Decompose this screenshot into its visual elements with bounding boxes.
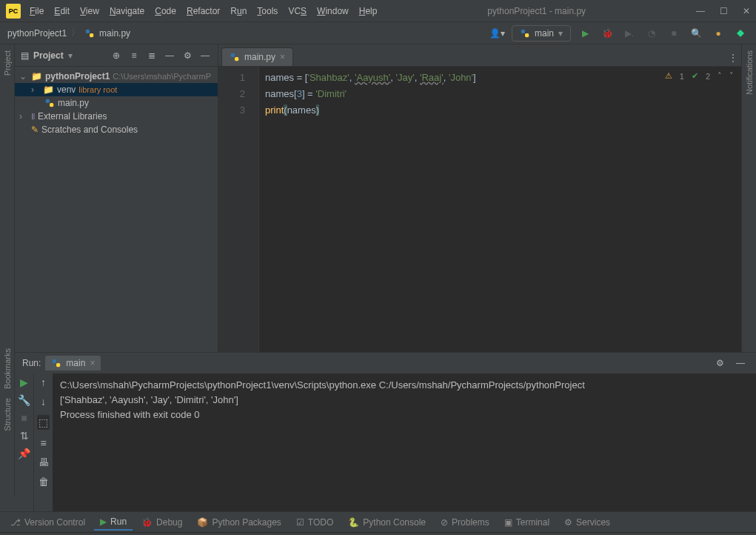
run-tab-main[interactable]: main × [45,356,101,370]
scroll-end-icon[interactable]: ≡ [40,437,46,449]
arrow-down-icon[interactable]: ⌄ [19,71,28,82]
profile-button[interactable]: ◔ [643,25,660,41]
hide-icon[interactable]: — [163,50,176,61]
soft-wrap-icon[interactable]: ⬚ [37,415,50,430]
line-number[interactable]: 2 [221,86,245,102]
close-button[interactable]: ✕ [743,6,750,16]
menu-help[interactable]: Help [359,6,378,16]
breadcrumb-project[interactable]: pythonProject1 [7,28,67,39]
tool-problems[interactable]: ⊘Problems [435,515,495,530]
tree-file-main[interactable]: main.py [15,96,218,110]
search-icon[interactable]: 🔍 [688,25,704,41]
down-icon[interactable]: ↓ [41,396,46,408]
menu-tools[interactable]: Tools [257,6,278,16]
code-editor[interactable]: names = ['Shahbaz', 'Aayush', 'Jay', 'Ra… [259,67,741,352]
collapse-all-icon[interactable]: ≣ [145,50,158,61]
tree-external-label: External Libraries [38,111,107,122]
close-tab-icon[interactable]: × [90,358,95,368]
tree-project-root[interactable]: ⌄ 📁 pythonProject1 C:\Users\mshah\Pychar… [15,70,218,83]
warning-icon[interactable]: ⚠ [665,71,672,81]
main-menu: File Edit View Navigate Code Refactor Ru… [30,6,377,16]
editor-tab-label: main.py [244,52,275,62]
menu-view[interactable]: View [80,6,99,16]
menu-navigate[interactable]: Navigate [110,6,144,16]
clear-icon[interactable]: 🗑 [39,476,49,488]
arrow-right-icon[interactable]: › [19,111,28,122]
tool-terminal[interactable]: ▣Terminal [498,515,555,530]
print-icon[interactable]: 🖶 [39,456,49,468]
pin-icon[interactable]: 📌 [18,448,30,459]
tree-venv[interactable]: › 📁 venv library root [15,83,218,96]
menu-refactor[interactable]: Refactor [187,6,220,16]
line-number[interactable]: 1 [221,70,245,86]
tool-run[interactable]: ▶Run [94,514,133,531]
stop-button[interactable]: ■ [666,25,682,41]
svg-rect-3 [525,33,529,37]
inspection-widget[interactable]: ⚠1 ✔2 ˄ ˅ [665,71,734,81]
menu-vcs[interactable]: VCS [288,6,307,16]
run-button[interactable]: ▶ [577,25,593,41]
project-tree[interactable]: ⌄ 📁 pythonProject1 C:\Users\mshah\Pychar… [15,67,218,139]
editor-tab-main[interactable]: main.py × [221,47,293,66]
user-icon[interactable]: 👤▾ [489,25,506,41]
sidebar-tab-structure[interactable]: Structure [3,398,12,431]
tool-debug[interactable]: 🐞Debug [136,515,188,530]
select-opened-file-icon[interactable]: ⊕ [110,50,123,61]
rerun-icon[interactable]: ▶ [20,376,28,388]
minimize-panel-icon[interactable]: — [198,50,212,61]
tool-version-control[interactable]: ⎇Version Control [4,515,91,530]
chevron-down-icon[interactable]: ▾ [68,50,73,61]
next-highlight-icon[interactable]: ˅ [729,71,734,81]
svg-rect-7 [235,57,238,61]
layout-icon[interactable]: ⇅ [20,430,29,442]
maximize-button[interactable]: ☐ [720,6,728,16]
tree-external-libs[interactable]: › ⫴ External Libraries [15,110,218,123]
stop-icon[interactable]: ■ [21,412,27,424]
weak-warning-count: 2 [706,72,710,81]
menu-file[interactable]: File [30,6,44,16]
ide-updates-icon[interactable]: ● [710,25,726,41]
sidebar-tab-project[interactable]: Project [3,50,12,76]
line-number[interactable]: 3 [221,102,245,119]
editor-more-icon[interactable]: ⋮ [725,50,741,66]
menu-edit[interactable]: Edit [54,6,70,16]
menu-window[interactable]: Window [317,6,349,16]
hide-panel-icon[interactable]: — [732,355,749,371]
python-file-icon [44,98,55,108]
tool-python-console[interactable]: 🐍Python Console [342,515,432,530]
scratches-icon: ✎ [31,124,39,135]
up-icon[interactable]: ↑ [41,376,46,388]
editor-gutter[interactable]: 1 2 3 [218,67,259,352]
minimize-button[interactable]: — [696,6,705,16]
code-with-me-icon[interactable] [732,25,749,41]
run-tool-window: Run: main × ⚙ — ▶ 🔧 ■ ⇅ 📌 ↑ ↓ ⬚ ≡ 🖶 🗑 C:… [15,352,756,511]
tool-services[interactable]: ⚙Services [558,515,616,530]
modify-run-icon[interactable]: 🔧 [18,394,30,406]
arrow-blank [19,124,28,135]
tree-venv-name: venv [57,84,76,95]
console-output[interactable]: C:\Users\mshah\PycharmProjects\pythonPro… [53,373,756,511]
gear-icon[interactable]: ⚙ [181,50,194,61]
vcs-icon: ⎇ [10,517,21,528]
breadcrumb-file[interactable]: main.py [99,28,130,39]
check-icon[interactable]: ✔ [692,71,698,81]
sidebar-tab-bookmarks[interactable]: Bookmarks [3,348,12,389]
tool-python-packages[interactable]: 📦Python Packages [191,515,287,530]
menu-run[interactable]: Run [230,6,247,16]
expand-all-icon[interactable]: ≡ [127,50,141,61]
debug-button[interactable]: 🐞 [599,25,615,41]
close-tab-icon[interactable]: × [280,52,285,62]
libraries-icon: ⫴ [31,111,35,122]
gear-icon[interactable]: ⚙ [712,355,728,371]
menu-code[interactable]: Code [155,6,176,16]
run-config-selector[interactable]: main ▾ [512,25,571,41]
tree-scratches[interactable]: ✎ Scratches and Consoles [15,123,218,136]
prev-highlight-icon[interactable]: ˄ [717,71,722,81]
breadcrumb: pythonProject1 〉 main.py [7,27,130,39]
run-coverage-button[interactable]: ▶. [621,25,638,41]
project-panel-title[interactable]: Project [33,50,64,61]
tool-todo[interactable]: ☑TODO [290,515,339,530]
arrow-right-icon[interactable]: › [31,84,40,95]
python-icon: 🐍 [348,517,359,528]
sidebar-tab-notifications[interactable]: Notifications [745,50,754,95]
